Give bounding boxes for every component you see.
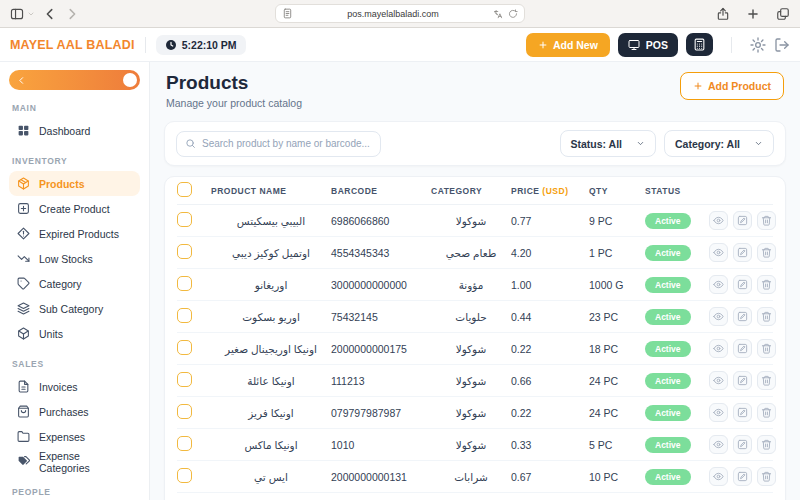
status-badge: Active <box>645 341 691 357</box>
product-category: شوكولا <box>431 215 511 227</box>
app-header: MAYEL AAL BALADI 5:22:10 PM Add New POS <box>0 28 800 62</box>
row-checkbox[interactable] <box>177 212 192 227</box>
edit-button[interactable] <box>733 339 752 358</box>
chevron-down-icon[interactable] <box>27 10 35 18</box>
brand-logo[interactable]: MAYEL AAL BALADI <box>10 38 135 52</box>
plus-square-icon <box>17 202 30 215</box>
eye-icon <box>713 279 724 290</box>
share-icon[interactable] <box>716 7 730 21</box>
eye-icon <box>713 439 724 450</box>
edit-icon <box>737 439 748 450</box>
product-price: 0.22 <box>511 407 589 419</box>
back-icon[interactable] <box>43 7 57 21</box>
delete-button[interactable] <box>757 243 776 262</box>
edit-button[interactable] <box>733 467 752 486</box>
delete-button[interactable] <box>757 275 776 294</box>
row-checkbox[interactable] <box>177 244 192 259</box>
add-product-button[interactable]: Add Product <box>680 72 784 100</box>
product-name: البيبي بيسكيتس <box>211 215 331 227</box>
sidebar-item-low-stocks[interactable]: Low Stocks <box>9 246 140 271</box>
sidebar-item-expense-categories[interactable]: Expense Categories <box>9 449 140 474</box>
edit-button[interactable] <box>733 243 752 262</box>
sidebar-collapse-toggle[interactable] <box>9 70 140 90</box>
view-button[interactable] <box>709 307 728 326</box>
logout-icon[interactable] <box>774 37 790 53</box>
eye-icon <box>713 471 724 482</box>
sidebar-item-dashboard[interactable]: Dashboard <box>9 118 140 143</box>
page-subtitle: Manage your product catalog <box>166 97 302 109</box>
delete-button[interactable] <box>757 371 776 390</box>
select-all-checkbox[interactable] <box>177 182 192 197</box>
view-button[interactable] <box>709 339 728 358</box>
view-button[interactable] <box>709 275 728 294</box>
col-product-name: PRODUCT NAME <box>211 186 331 196</box>
status-badge: Active <box>645 309 691 325</box>
row-checkbox[interactable] <box>177 340 192 355</box>
view-button[interactable] <box>709 371 728 390</box>
view-button[interactable] <box>709 243 728 262</box>
toggle-knob <box>123 73 137 87</box>
delete-button[interactable] <box>757 435 776 454</box>
sidebar-item-invoices[interactable]: Invoices <box>9 374 140 399</box>
add-new-button[interactable]: Add New <box>526 33 610 57</box>
translate-icon[interactable] <box>493 9 503 19</box>
product-qty: 9 PC <box>589 215 645 227</box>
category-filter-dropdown[interactable]: Category: All <box>664 130 774 157</box>
sidebar-panel-icon[interactable] <box>10 7 24 21</box>
calculator-button[interactable] <box>686 33 713 56</box>
product-barcode: 2000000000131 <box>331 471 431 483</box>
category-filter-value: Category: All <box>675 138 740 150</box>
row-checkbox[interactable] <box>177 436 192 451</box>
clock-time: 5:22:10 PM <box>182 39 237 51</box>
forward-icon[interactable] <box>65 7 79 21</box>
sidebar-item-expired-products[interactable]: Expired Products <box>9 221 140 246</box>
settings-gear-icon[interactable] <box>750 37 766 53</box>
sidebar-item-expenses[interactable]: Expenses <box>9 424 140 449</box>
col-price: PRICE (USD) <box>511 186 589 196</box>
sidebar-item-sub-category[interactable]: Sub Category <box>9 296 140 321</box>
sidebar-item-purchases[interactable]: Purchases <box>9 399 140 424</box>
sidebar-item-category[interactable]: Category <box>9 271 140 296</box>
edit-button[interactable] <box>733 211 752 230</box>
trash-icon <box>761 375 772 386</box>
product-qty: 1 PC <box>589 247 645 259</box>
monitor-icon <box>628 39 640 51</box>
sidebar-item-create-product[interactable]: Create Product <box>9 196 140 221</box>
table-row: Active <box>177 493 773 500</box>
edit-button[interactable] <box>733 275 752 294</box>
table-row: البيبي بيسكيتس 6986066860 شوكولا 0.77 9 … <box>177 205 773 237</box>
edit-button[interactable] <box>733 307 752 326</box>
delete-button[interactable] <box>757 211 776 230</box>
row-checkbox[interactable] <box>177 372 192 387</box>
table-row: اوتميل كوكيز ديبي 4554345343 طعام صحي 4.… <box>177 237 773 269</box>
view-button[interactable] <box>709 403 728 422</box>
sidebar-item-products[interactable]: Products <box>9 171 140 196</box>
row-checkbox[interactable] <box>177 308 192 323</box>
delete-button[interactable] <box>757 403 776 422</box>
tab-overview-icon[interactable] <box>776 7 790 21</box>
view-button[interactable] <box>709 467 728 486</box>
edit-button[interactable] <box>733 435 752 454</box>
reload-icon[interactable] <box>508 9 518 19</box>
row-checkbox[interactable] <box>177 404 192 419</box>
search-input[interactable] <box>202 138 372 149</box>
delete-button[interactable] <box>757 467 776 486</box>
new-tab-icon[interactable] <box>746 7 760 21</box>
edit-button[interactable] <box>733 403 752 422</box>
view-button[interactable] <box>709 211 728 230</box>
edit-button[interactable] <box>733 371 752 390</box>
eye-icon <box>713 311 724 322</box>
row-checkbox[interactable] <box>177 276 192 291</box>
status-filter-dropdown[interactable]: Status: All <box>560 130 657 157</box>
delete-button[interactable] <box>757 307 776 326</box>
cube-icon <box>17 327 30 340</box>
product-price: 0.77 <box>511 215 589 227</box>
sidebar-section-label: PEOPLE <box>12 487 137 497</box>
url-bar[interactable]: pos.mayelalbaladi.com <box>275 4 525 23</box>
pos-button[interactable]: POS <box>618 33 678 57</box>
delete-button[interactable] <box>757 339 776 358</box>
row-checkbox[interactable] <box>177 468 192 483</box>
view-button[interactable] <box>709 435 728 454</box>
sidebar-item-units[interactable]: Units <box>9 321 140 346</box>
collapse-left-icon <box>17 76 26 85</box>
